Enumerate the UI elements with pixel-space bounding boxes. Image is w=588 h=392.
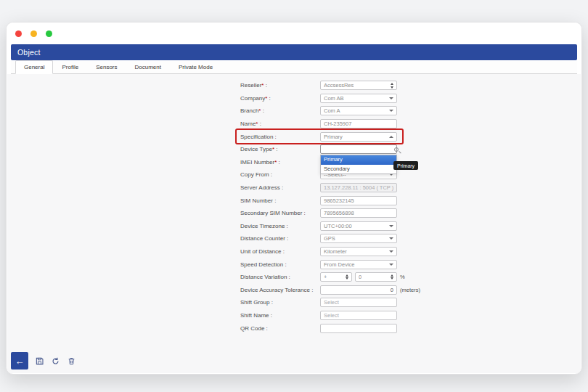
branch-label: Branch [240,107,258,114]
dropdown-option-list: Primary Secondary [320,155,397,174]
dropdown-search-input[interactable] [324,146,394,153]
unit-of-distance-label: Unit of Distance [240,248,281,255]
speed-detection-select[interactable]: From Device [320,260,397,269]
form-row-speed-detection: Speed Detection : From Device [240,258,420,271]
refresh-icon [52,357,60,365]
chevron-up-icon [389,136,393,138]
company-select[interactable]: Com AB [320,94,397,103]
distance-counter-select[interactable]: GPS [320,234,397,243]
qr-code-label: QR Code [240,325,264,332]
chevron-down-icon [389,225,393,227]
trash-icon [68,357,75,365]
window-titlebar [7,23,581,44]
tab-sensors[interactable]: Sensors [87,60,126,73]
back-arrow-icon: ← [15,356,25,367]
tab-private-mode[interactable]: Private Mode [170,60,221,73]
specification-label: Specification [240,134,273,140]
delete-button[interactable] [67,356,76,366]
distance-counter-label: Distance Counter [240,235,285,242]
save-button[interactable] [35,356,44,366]
close-button[interactable] [15,30,22,37]
updown-caret-icon [346,274,348,280]
object-form: Reseller* : AccsessRes Company* : Com AB… [240,79,420,335]
form-row-company: Company* : Com AB [240,92,420,105]
branch-select[interactable]: Com A [320,106,397,115]
dropdown-option-secondary[interactable]: Secondary [321,165,396,174]
updown-caret-icon [391,83,393,89]
percent-suffix: % [400,274,405,280]
company-label: Company [240,95,265,102]
app-window: Object General Profile Sensors Document … [6,22,582,375]
primary-tooltip: Primary [393,161,418,170]
meters-suffix: (meters) [400,287,420,293]
specification-select[interactable]: Primary [320,132,397,142]
tab-general[interactable]: General [15,60,53,74]
device-accuracy-label: Device Accuracy Tolerance [240,287,310,293]
tab-bar: General Profile Sensors Document Private… [11,60,577,74]
device-timezone-select[interactable]: UTC+00:00 [320,221,397,231]
server-address-input [320,183,397,192]
form-row-shift-name: Shift Name : [240,309,420,322]
device-timezone-label: Device Timezone [240,223,285,229]
tab-profile[interactable]: Profile [53,60,87,73]
dropdown-search-box[interactable] [320,144,397,154]
qr-code-input[interactable] [320,324,397,333]
shift-name-label: Shift Name [240,312,269,319]
secondary-sim-input[interactable] [320,208,397,218]
form-row-server-address: Server Address : [240,181,420,195]
back-button[interactable]: ← [11,352,28,369]
copy-from-label: Copy From [240,171,269,178]
page-header: Object [11,44,577,60]
form-row-sim-number: SIM Number : [240,194,420,207]
form-row-reseller: Reseller* : AccsessRes [240,79,420,92]
dropdown-option-primary[interactable]: Primary [321,155,396,165]
search-icon [394,147,399,152]
form-row-device-accuracy: Device Accuracy Tolerance : (meters) [240,284,420,297]
speed-detection-label: Speed Detection [240,261,283,268]
shift-name-input[interactable] [320,311,397,320]
chevron-down-icon [389,110,393,112]
page-title: Object [17,48,41,57]
form-row-name: Name* : [240,118,420,131]
imei-label: IMEI Number [240,159,274,166]
form-row-branch: Branch* : Com A [240,105,420,118]
shift-group-label: Shift Group [240,299,269,306]
distance-variation-value-stepper[interactable]: 0 [355,272,397,282]
form-row-distance-counter: Distance Counter : GPS [240,232,420,245]
device-accuracy-input[interactable] [320,285,397,295]
form-row-device-timezone: Device Timezone : UTC+00:00 [240,220,420,233]
shift-group-input[interactable] [320,298,397,307]
reseller-select[interactable]: AccsessRes [320,81,397,90]
form-row-unit-of-distance: Unit of Distance : Kilometer [240,245,420,258]
sim-number-input[interactable] [320,196,397,205]
distance-variation-sign-select[interactable]: + [320,272,352,282]
tab-document[interactable]: Document [126,60,170,73]
form-row-specification: Specification : Primary [240,130,420,143]
name-input[interactable] [320,119,397,128]
form-row-qr-code: QR Code : [240,322,420,335]
chevron-down-icon [389,264,393,266]
secondary-sim-label: Secondary SIM Number [240,210,302,216]
sim-number-label: SIM Number [240,197,273,204]
zoom-button[interactable] [46,30,52,37]
form-row-shift-group: Shift Group : [240,296,420,309]
distance-variation-label: Distance Variation [240,274,287,280]
refresh-button[interactable] [51,356,60,366]
save-icon [36,357,44,365]
bottom-toolbar: ← [11,352,76,369]
chevron-down-icon [389,250,393,253]
device-type-label: Device Type [240,146,272,152]
form-row-distance-variation: Distance Variation : + 0 % [240,271,420,284]
reseller-label: Reseller [240,82,261,89]
chevron-down-icon [389,237,393,240]
form-row-secondary-sim: Secondary SIM Number : [240,207,420,220]
updown-caret-icon [391,274,393,280]
specification-dropdown: Primary Secondary [320,144,397,174]
unit-of-distance-select[interactable]: Kilometer [320,247,397,256]
chevron-down-icon [389,97,393,99]
name-label: Name [240,121,256,127]
server-address-label: Server Address [240,184,280,191]
minimize-button[interactable] [30,30,37,37]
